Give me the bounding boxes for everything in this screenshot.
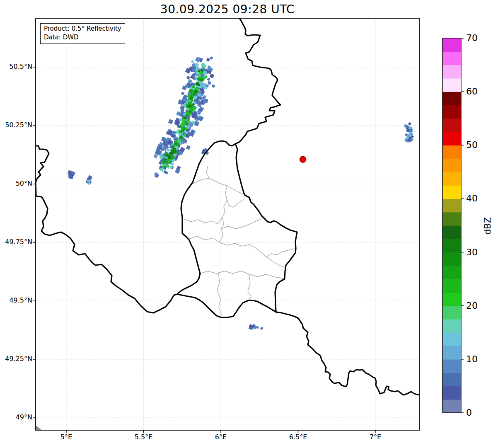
- colorbar-band: [442, 78, 461, 92]
- colorbar-axis-label: dBZ: [483, 205, 494, 247]
- y-tick-label: 50.25°N: [2, 121, 32, 129]
- plot-background: [36, 18, 419, 430]
- colorbar-band: [442, 185, 461, 199]
- y-tick-label: 49°N: [2, 413, 32, 421]
- colorbar-tick-label: 70: [466, 32, 478, 44]
- product-label: Product: 0.5° Reflectivity: [44, 24, 121, 33]
- x-tick-label: 6°E: [202, 433, 239, 441]
- colorbar-band: [442, 119, 461, 132]
- y-tick-label: 49.5°N: [2, 296, 32, 304]
- x-tick-label: 5°E: [48, 433, 85, 441]
- colorbar-band: [442, 65, 461, 79]
- colorbar-band: [442, 105, 461, 119]
- colorbar-band: [442, 145, 461, 159]
- radar-figure: 30.09.2025 09:28 UTC: [0, 0, 498, 448]
- colorbar-tick-label: 40: [466, 193, 478, 204]
- colorbar-tick-label: 50: [466, 139, 478, 151]
- colorbar-band: [442, 400, 461, 413]
- colorbar-tick-label: 10: [466, 354, 478, 365]
- colorbar-band: [442, 346, 461, 360]
- map-plot: [0, 0, 498, 448]
- colorbar-band: [442, 92, 461, 105]
- product-annotation-box: Product: 0.5° Reflectivity Data: DWD: [40, 23, 125, 44]
- x-tick-label: 7°E: [357, 433, 394, 441]
- colorbar-band: [442, 319, 461, 333]
- colorbar-band: [442, 172, 461, 186]
- colorbar-band: [442, 212, 461, 226]
- colorbar-band: [442, 332, 461, 346]
- colorbar-band: [442, 373, 461, 386]
- colorbar-band: [442, 132, 461, 145]
- x-tick-label: 6.5°E: [280, 433, 317, 441]
- colorbar-tick-label: 30: [466, 247, 478, 258]
- data-source-label: Data: DWD: [44, 33, 121, 42]
- colorbar-band: [442, 292, 461, 306]
- colorbar-tick-label: 20: [466, 300, 478, 312]
- radar-site-marker: [300, 156, 306, 162]
- colorbar-band: [442, 51, 461, 65]
- colorbar-band: [442, 359, 461, 373]
- colorbar-band: [442, 306, 461, 320]
- colorbar-band: [442, 159, 461, 172]
- colorbar-tick-label: 60: [466, 86, 478, 97]
- colorbar-band: [442, 225, 461, 239]
- colorbar: [442, 38, 464, 413]
- y-tick-label: 49.75°N: [2, 238, 32, 246]
- colorbar-band: [442, 386, 461, 400]
- colorbar-tick-label: 0: [466, 407, 472, 419]
- y-tick-label: 50.5°N: [2, 63, 32, 70]
- x-tick-label: 5.5°E: [125, 433, 162, 441]
- colorbar-band: [442, 38, 461, 52]
- y-tick-label: 50°N: [2, 179, 32, 187]
- colorbar-band: [442, 279, 461, 293]
- y-tick-label: 49.25°N: [2, 355, 32, 363]
- colorbar-band: [442, 199, 461, 212]
- colorbar-band: [442, 266, 461, 279]
- colorbar-band: [442, 239, 461, 252]
- colorbar-band: [442, 252, 461, 266]
